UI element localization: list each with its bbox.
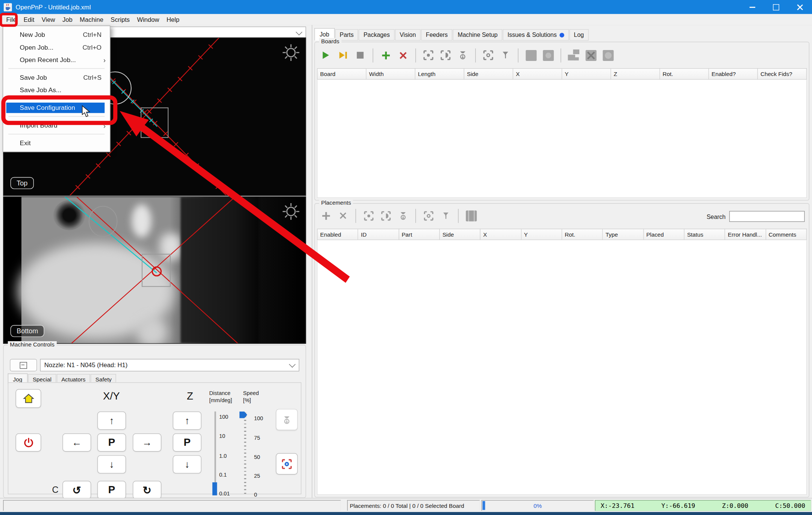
jog-z-plus-button[interactable]: ↑ [173, 412, 201, 430]
add-board-button[interactable] [379, 49, 392, 62]
jog-z-minus-button[interactable]: ↓ [173, 455, 201, 473]
column-header[interactable]: X [480, 229, 521, 240]
menu-item-save-configuration[interactable]: Save Configuration [3, 102, 110, 114]
position-c-button[interactable]: P [97, 481, 126, 499]
position-z-button[interactable]: P [173, 433, 201, 451]
capture-tool-location-button[interactable] [439, 49, 452, 62]
minimize-button[interactable] [740, 0, 764, 14]
column-header[interactable]: ID [358, 229, 399, 240]
position-camera-button[interactable] [482, 49, 495, 62]
search-input[interactable] [729, 211, 805, 222]
tab-machine-setup[interactable]: Machine Setup [453, 29, 502, 41]
column-header[interactable]: Part [399, 229, 440, 240]
remove-board-button[interactable] [396, 49, 410, 62]
position-camera-button[interactable] [422, 209, 435, 222]
two-boards-button[interactable] [567, 49, 580, 62]
distance-slider-handle[interactable] [212, 482, 217, 495]
column-header[interactable]: Comments [766, 229, 807, 240]
column-header[interactable]: Error Handl... [725, 229, 766, 240]
column-header[interactable]: X [513, 68, 562, 79]
menu-help[interactable]: Help [163, 14, 183, 25]
park-z-button[interactable] [276, 409, 298, 430]
position-xy-button[interactable]: P [97, 433, 126, 451]
menu-edit[interactable]: Edit [20, 14, 38, 25]
menu-job[interactable]: Job [59, 14, 76, 25]
menu-item-open-job[interactable]: Open Job... Ctrl+O [3, 41, 110, 53]
column-header[interactable]: Type [603, 229, 644, 240]
menu-item-import-board[interactable]: Import Board › [3, 119, 110, 132]
position-tool-button[interactable] [439, 209, 452, 222]
step-job-button[interactable] [336, 49, 350, 62]
start-job-button[interactable] [319, 49, 333, 62]
bottom-camera-view[interactable]: Bottom [3, 196, 306, 344]
home-button[interactable] [16, 389, 41, 408]
column-header[interactable]: Length [415, 68, 464, 79]
camera-brightness-icon[interactable] [280, 201, 301, 222]
menu-item-save-job[interactable]: Save Job Ctrl+S [3, 71, 110, 84]
menu-item-save-job-as[interactable]: Save Job As... [3, 84, 110, 96]
power-button[interactable] [16, 433, 41, 451]
menu-item-open-recent-job[interactable]: Open Recent Job... › [3, 54, 110, 66]
menu-item-exit[interactable]: Exit [3, 137, 110, 149]
menu-machine[interactable]: Machine [76, 14, 107, 25]
column-header[interactable]: Enabled? [709, 68, 758, 79]
stop-job-button[interactable] [353, 49, 367, 62]
column-header[interactable]: Board [317, 68, 367, 79]
column-header[interactable]: Y [562, 68, 611, 79]
menu-item-new-job[interactable]: New Job Ctrl+N [3, 29, 110, 41]
move-tool-to-location-button[interactable] [456, 49, 470, 62]
column-header[interactable]: Width [367, 68, 415, 79]
column-header[interactable]: Z [611, 68, 660, 79]
column-header[interactable]: Side [464, 68, 513, 79]
bottom-camera-reticle [4, 197, 306, 343]
column-header[interactable]: Rot. [660, 68, 709, 79]
menu-file[interactable]: File [3, 14, 20, 25]
column-header[interactable]: Y [521, 229, 562, 240]
menu-view[interactable]: View [38, 14, 59, 25]
position-camera-button[interactable] [276, 453, 298, 475]
board-skip-button[interactable] [584, 49, 598, 62]
column-header[interactable]: Enabled [317, 229, 358, 240]
add-placement-button[interactable] [319, 209, 333, 222]
collapse-selector-button[interactable] [10, 359, 37, 371]
tab-issues-solutions[interactable]: Issues & Solutions [503, 29, 568, 41]
jog-x-plus-button[interactable]: → [133, 433, 161, 451]
tab-feeders[interactable]: Feeders [421, 29, 452, 41]
jog-y-minus-button[interactable]: ↓ [97, 455, 126, 473]
jog-panel: X/Y Z Distance [mm/deg] Speed [%] ↑ ← P … [8, 382, 301, 494]
nozzle-selector[interactable]: Nozzle: N1 - N045 (Head: H1) [40, 359, 300, 371]
boards-toolbar [319, 46, 615, 64]
capture-camera-location-button[interactable] [362, 209, 375, 222]
fiducial-check-icon [542, 50, 553, 61]
capture-camera-location-button[interactable] [422, 49, 435, 62]
close-button[interactable] [788, 0, 812, 14]
tab-log[interactable]: Log [569, 29, 588, 41]
edit-placement-button[interactable] [464, 209, 478, 222]
board-check-button[interactable] [601, 49, 615, 62]
position-tool-button[interactable] [498, 49, 512, 62]
tab-packages[interactable]: Packages [359, 29, 395, 41]
jog-x-minus-button[interactable]: ← [62, 433, 91, 451]
column-header[interactable]: Check Fids? [758, 68, 807, 79]
move-tool-to-location-button[interactable] [396, 209, 410, 222]
column-header[interactable]: Side [440, 229, 480, 240]
column-header[interactable]: Placed [644, 229, 684, 240]
maximize-button[interactable] [764, 0, 788, 14]
submenu-arrow-icon: › [103, 56, 106, 64]
rotate-ccw-button[interactable]: ↺ [62, 481, 91, 499]
column-header[interactable]: Status [685, 229, 725, 240]
rotate-cw-button[interactable]: ↻ [133, 481, 161, 499]
camera-brightness-icon[interactable] [280, 42, 301, 63]
tab-vision[interactable]: Vision [395, 29, 421, 41]
fiducial-check-button[interactable] [541, 49, 555, 62]
placements-table-body[interactable] [317, 240, 807, 495]
remove-placement-button[interactable] [336, 209, 350, 222]
jog-y-plus-button[interactable]: ↑ [97, 412, 126, 430]
capture-tool-location-button[interactable] [379, 209, 392, 222]
boards-table-body[interactable] [317, 80, 807, 198]
speed-slider[interactable] [244, 413, 246, 494]
menu-scripts[interactable]: Scripts [107, 14, 133, 25]
column-header[interactable]: Rot. [562, 229, 603, 240]
panelize-button[interactable] [524, 49, 538, 62]
menu-window[interactable]: Window [133, 14, 163, 25]
